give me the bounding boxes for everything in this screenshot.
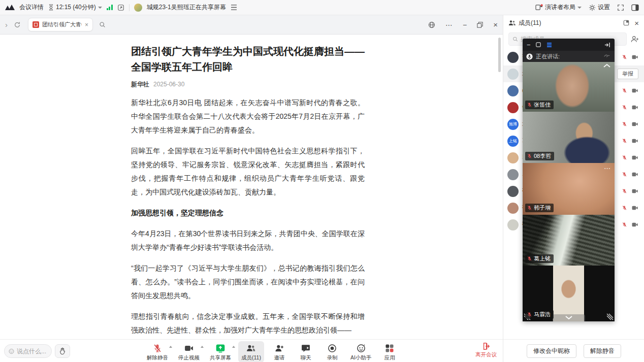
member-mic-muted-icon[interactable] <box>622 88 627 93</box>
toolbar-chat-button[interactable]: 聊天 <box>295 341 317 362</box>
member-camera-icon[interactable] <box>632 138 638 144</box>
camera-icon <box>632 121 638 127</box>
globe-icon[interactable] <box>428 21 435 28</box>
minimize-window-icon[interactable]: − <box>463 21 467 29</box>
member-status-icons <box>622 222 638 227</box>
member-camera-icon[interactable] <box>632 188 638 194</box>
fullscreen-icon[interactable] <box>617 4 624 11</box>
layout-button-label: 演讲者布局 <box>545 3 575 12</box>
member-camera-icon[interactable] <box>632 205 638 211</box>
popout-panel-icon[interactable] <box>623 20 629 26</box>
camera-icon <box>632 222 638 227</box>
floating-video-strip[interactable]: − 正在讲话: 张笛佳08李哲⋯韩子增葛上铭 马霖浩 <box>523 39 615 321</box>
member-camera-icon[interactable] <box>632 88 638 93</box>
refresh-icon[interactable] <box>14 21 21 28</box>
collapse-strip-icon[interactable]: − <box>527 42 531 48</box>
chat-icon <box>301 343 311 353</box>
toolbar-apps-button[interactable]: 应用 <box>378 341 401 362</box>
toolbar-mic-muted-button[interactable]: 解除静音 <box>144 341 171 362</box>
ai-icon <box>356 343 366 353</box>
chevron-down-icon[interactable] <box>553 314 585 321</box>
meeting-details-button[interactable]: 会议详情 <box>19 3 44 12</box>
add-member-icon[interactable] <box>631 36 639 43</box>
video-tile[interactable]: 葛上铭 <box>523 215 615 266</box>
leave-meeting-button[interactable]: 离开会议 <box>475 342 497 358</box>
settings-button-label: 设置 <box>598 3 610 12</box>
dock-strip-icon[interactable] <box>604 42 610 48</box>
tile-more-icon[interactable]: ⋯ <box>604 164 611 172</box>
toolbar-button-label: 应用 <box>384 354 395 361</box>
toolbar-ai-button[interactable]: AI小助手 <box>347 341 374 362</box>
quick-chat-field[interactable] <box>17 348 47 355</box>
close-panel-icon[interactable]: × <box>634 19 639 27</box>
video-tile[interactable]: ⋯韩子增 <box>523 163 615 215</box>
resize-handle-icon[interactable] <box>606 313 614 320</box>
side-panel-toggle-icon[interactable] <box>631 4 639 11</box>
toolbar-record-button[interactable]: 录制 <box>321 341 343 362</box>
video-tile[interactable]: 马霖浩 <box>523 266 615 321</box>
member-mic-muted-icon[interactable] <box>622 138 627 144</box>
restore-window-icon[interactable] <box>477 22 483 28</box>
toolbar-button-label: AI小助手 <box>350 354 371 361</box>
member-mic-muted-icon[interactable] <box>622 188 627 194</box>
toolbar-camera-button[interactable]: 停止视频 <box>175 341 203 362</box>
video-tile[interactable]: 张笛佳 <box>523 62 615 112</box>
member-mic-muted-icon[interactable] <box>622 54 627 60</box>
participant-name: 韩子增 <box>534 204 551 212</box>
member-camera-icon[interactable] <box>632 54 638 60</box>
scrollbar-thumb[interactable] <box>498 38 501 72</box>
mic-muted-icon <box>622 88 627 93</box>
layout-switch-button[interactable]: 演讲者布局 <box>535 3 582 12</box>
member-camera-icon[interactable] <box>632 105 638 110</box>
member-camera-icon[interactable] <box>632 222 638 227</box>
meeting-timer[interactable]: 12:15 (40分钟) <box>48 3 102 12</box>
avatar <box>507 169 519 180</box>
browser-tab[interactable]: 团结引领广大青年学生为中... × <box>28 18 93 31</box>
sharing-menu-icon[interactable] <box>231 5 237 10</box>
members-icon <box>246 343 256 353</box>
page-scrollbar[interactable] <box>498 37 501 337</box>
sharer-avatar <box>134 4 142 12</box>
toolbar-invite-button[interactable]: 邀请 <box>268 341 291 362</box>
quick-chat-input[interactable] <box>4 344 52 358</box>
member-mic-muted-icon[interactable] <box>622 172 627 177</box>
list-view-icon[interactable] <box>546 42 553 48</box>
unmute-self-button[interactable]: 解除静音 <box>584 344 621 358</box>
member-mic-muted-icon[interactable] <box>622 105 627 110</box>
member-camera-icon[interactable] <box>632 172 638 177</box>
search-tabs-icon[interactable] <box>99 21 106 28</box>
members-panel-header: 成员(11) × <box>503 15 644 30</box>
grid-view-icon[interactable] <box>536 42 541 47</box>
speaking-mic-icon <box>526 53 533 60</box>
toolbar-members-button[interactable]: 成员(11) <box>238 341 264 362</box>
members-icon <box>508 20 516 26</box>
record-icon <box>327 343 337 353</box>
member-mic-muted-icon[interactable] <box>622 155 627 160</box>
tab-close-icon[interactable]: × <box>85 22 88 28</box>
chevron-up-icon[interactable] <box>603 63 611 68</box>
settings-button[interactable]: 设置 <box>589 3 610 12</box>
more-menu-icon[interactable]: ⋯ <box>445 21 453 29</box>
gear-icon <box>589 4 596 11</box>
share-window-icon[interactable] <box>117 4 124 11</box>
member-camera-icon[interactable] <box>632 155 638 160</box>
member-mic-muted-icon[interactable] <box>622 222 627 227</box>
video-tile[interactable]: 08李哲 <box>523 112 615 163</box>
toolbar-share-screen-button[interactable]: 共享屏幕 <box>207 341 234 362</box>
member-camera-icon[interactable] <box>632 121 638 127</box>
close-window-icon[interactable]: × <box>493 20 498 29</box>
emoji-icon[interactable] <box>9 348 14 355</box>
forward-nav-icon[interactable]: › <box>5 20 8 29</box>
chevron-up-icon[interactable] <box>201 346 204 348</box>
mic-muted-icon <box>622 188 627 194</box>
report-button[interactable]: 举报 <box>617 69 638 79</box>
member-mic-muted-icon[interactable] <box>622 205 627 211</box>
chevron-up-icon[interactable] <box>169 346 172 348</box>
article-byline: 新华社2025-06-30 <box>131 80 365 89</box>
article-paragraph: 回眸五年，全国学联在习近平新时代中国特色社会主义思想科学指引下，坚持党的领导、牢… <box>131 144 365 199</box>
chevron-up-icon[interactable] <box>232 346 235 348</box>
member-mic-muted-icon[interactable] <box>622 121 627 127</box>
raise-hand-button[interactable] <box>55 344 70 358</box>
rename-button[interactable]: 修改会中昵称 <box>527 344 576 358</box>
network-signal-icon[interactable] <box>107 5 113 10</box>
